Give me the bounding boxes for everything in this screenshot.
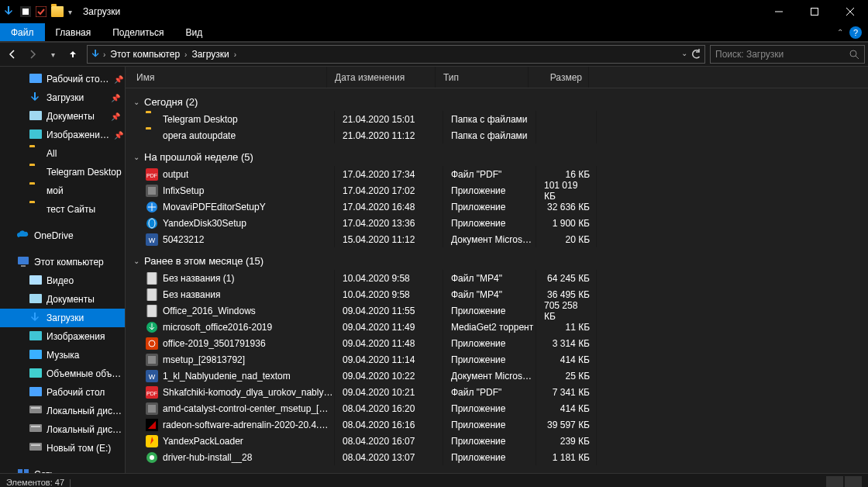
- breadcrumb-thispc[interactable]: Этот компьютер: [107, 49, 183, 60]
- file-date: 17.04.2020 17:34: [335, 166, 443, 182]
- tab-share[interactable]: Поделиться: [102, 23, 174, 41]
- svg-rect-15: [29, 294, 42, 303]
- file-row[interactable]: MovaviPDFEditorSetupY17.04.2020 16:48При…: [133, 199, 868, 215]
- file-size: 101 019 КБ: [536, 182, 597, 199]
- file-row[interactable]: msetup_[29813792]09.04.2020 11:14Приложе…: [133, 351, 868, 368]
- close-button[interactable]: [832, 0, 868, 23]
- sidebar-item[interactable]: тест Сайты: [0, 200, 125, 219]
- tab-file[interactable]: Файл: [0, 23, 45, 41]
- file-row[interactable]: W1_kl_Nablyudenie_nad_textom09.04.2020 1…: [133, 368, 868, 384]
- chevron-right-icon[interactable]: ›: [232, 50, 238, 59]
- column-date[interactable]: Дата изменения: [327, 67, 436, 88]
- forward-button[interactable]: [23, 45, 42, 64]
- sidebar-item[interactable]: Рабочий сто…📌: [0, 70, 125, 88]
- address-history-icon[interactable]: ⌄: [681, 49, 687, 60]
- file-type: Приложение: [443, 351, 536, 368]
- file-date: 10.04.2020 9:58: [335, 286, 443, 302]
- refresh-icon[interactable]: [691, 49, 701, 60]
- breadcrumb-downloads[interactable]: Загрузки: [188, 49, 232, 60]
- qat-dropdown-icon[interactable]: ▾: [68, 8, 72, 16]
- file-type: Файл "PDF": [443, 384, 536, 400]
- file-row[interactable]: PDFoutput17.04.2020 17:34Файл "PDF"16 КБ: [133, 166, 868, 182]
- svg-rect-26: [18, 469, 22, 473]
- file-row[interactable]: office-2019_350179193609.04.2020 11:48Пр…: [133, 335, 868, 351]
- sidebar-item-label: Новый том (E:): [46, 443, 111, 454]
- address-bar[interactable]: › Этот компьютер › Загрузки › ⌄: [87, 45, 705, 64]
- file-row[interactable]: radeon-software-adrenalin-2020-20.4.1-…0…: [133, 416, 868, 433]
- sidebar-item-label: Музыка: [46, 350, 79, 361]
- file-row[interactable]: InfixSetup17.04.2020 17:02Приложение101 …: [133, 182, 868, 199]
- column-name[interactable]: Имя: [126, 67, 327, 88]
- ribbon-expand-icon[interactable]: ⌃: [837, 28, 843, 36]
- chevron-down-icon: ⌄: [133, 153, 140, 161]
- pdf-icon: PDF: [146, 168, 158, 181]
- file-row[interactable]: Без названия10.04.2020 9:58Файл "MP4"36 …: [133, 286, 868, 302]
- sidebar-item[interactable]: Локальный дис…: [0, 402, 125, 420]
- file-type: Приложение: [443, 182, 536, 199]
- sidebar-thispc[interactable]: Этот компьютер: [0, 253, 125, 271]
- help-icon[interactable]: ?: [849, 26, 862, 39]
- sidebar-item[interactable]: Рабочий стол: [0, 383, 125, 402]
- sidebar-item[interactable]: мой: [0, 181, 125, 200]
- chevron-right-icon[interactable]: ›: [102, 50, 107, 59]
- file-row[interactable]: Без названия (1)10.04.2020 9:58Файл "MP4…: [133, 270, 868, 286]
- up-button[interactable]: [64, 45, 82, 64]
- column-type[interactable]: Тип: [436, 67, 529, 88]
- file-row[interactable]: YandexDisk30Setup17.04.2020 13:36Приложе…: [133, 215, 868, 231]
- sidebar-item[interactable]: Изображени…📌: [0, 126, 125, 144]
- search-input[interactable]: Поиск: Загрузки: [710, 45, 865, 64]
- sidebar-item[interactable]: Музыка: [0, 346, 125, 364]
- file-row[interactable]: W5042321215.04.2020 11:12Документ Micros…: [133, 231, 868, 247]
- sidebar-onedrive[interactable]: OneDrive: [0, 226, 125, 245]
- qat-save-icon[interactable]: [20, 6, 31, 17]
- sidebar-item[interactable]: Telegram Desktop: [0, 163, 125, 181]
- file-row[interactable]: Telegram Desktop21.04.2020 15:01Папка с …: [133, 111, 868, 127]
- thumbnails-view-button[interactable]: [845, 476, 862, 488]
- sidebar-network[interactable]: Сеть: [0, 465, 125, 473]
- file-row[interactable]: Office_2016_Windows09.04.2020 11:55Прило…: [133, 302, 868, 319]
- sidebar-item[interactable]: Загрузки📌: [0, 88, 125, 107]
- recent-locations-button[interactable]: ▾: [43, 45, 62, 64]
- sidebar-item[interactable]: All: [0, 144, 125, 163]
- sidebar-item[interactable]: Объемные объ…: [0, 364, 125, 383]
- svg-rect-45: [146, 337, 158, 350]
- sidebar-item[interactable]: Загрузки: [0, 309, 125, 327]
- sidebar-item[interactable]: Новый том (E:): [0, 439, 125, 458]
- file-row[interactable]: driver-hub-install__2808.04.2020 13:07Пр…: [133, 449, 868, 465]
- qat-folder-icon[interactable]: [51, 6, 64, 17]
- chevron-right-icon[interactable]: ›: [183, 50, 188, 59]
- minimize-button[interactable]: [761, 0, 797, 23]
- back-button[interactable]: [3, 45, 22, 64]
- sidebar-item-label: Изображени…: [46, 130, 109, 140]
- file-row[interactable]: opera autoupdate21.04.2020 11:12Папка с …: [133, 127, 868, 143]
- sidebar: Рабочий сто…📌Загрузки📌Документы📌Изображе…: [0, 67, 126, 473]
- tab-home[interactable]: Главная: [45, 23, 102, 41]
- desktop-icon: [29, 386, 42, 399]
- file-row[interactable]: microsoft_office2016-201909.04.2020 11:4…: [133, 319, 868, 335]
- group-header[interactable]: ⌄Сегодня (2): [133, 93, 868, 111]
- sidebar-item[interactable]: Изображения: [0, 327, 125, 346]
- file-row[interactable]: YandexPackLoader08.04.2020 16:07Приложен…: [133, 433, 868, 449]
- file-date: 09.04.2020 11:49: [335, 319, 443, 335]
- file-size: 32 636 КБ: [536, 199, 597, 215]
- tab-view[interactable]: Вид: [174, 23, 213, 41]
- titlebar: ▾ Загрузки: [0, 0, 868, 23]
- pin-icon: 📌: [114, 75, 123, 84]
- file-type: Приложение: [443, 199, 536, 215]
- svg-point-58: [150, 455, 154, 460]
- details-view-button[interactable]: [826, 476, 843, 488]
- qat-checkbox-icon[interactable]: [36, 6, 46, 17]
- svg-rect-21: [31, 407, 40, 409]
- sidebar-item[interactable]: Документы: [0, 290, 125, 309]
- sidebar-item-label: Рабочий стол: [46, 387, 105, 398]
- sidebar-item[interactable]: Документы📌: [0, 107, 125, 126]
- sidebar-item[interactable]: Локальный дис…: [0, 420, 125, 439]
- column-size[interactable]: Размер: [529, 67, 589, 88]
- group-header[interactable]: ⌄На прошлой неделе (5): [133, 148, 868, 166]
- maximize-button[interactable]: [797, 0, 832, 23]
- file-row[interactable]: PDFShkafchiki-komody_dlya_urokov_nablyu……: [133, 384, 868, 400]
- group-header[interactable]: ⌄Ранее в этом месяце (15): [133, 252, 868, 270]
- svg-line-8: [856, 56, 859, 59]
- file-row[interactable]: amd-catalyst-control-center_msetup_[29…0…: [133, 400, 868, 416]
- sidebar-item[interactable]: Видео: [0, 271, 125, 290]
